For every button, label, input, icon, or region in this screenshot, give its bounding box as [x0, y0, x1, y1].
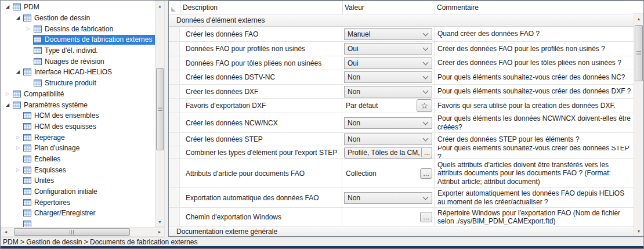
chevron-down-icon [423, 59, 429, 65]
tree-hscroll-thumb[interactable] [14, 228, 130, 236]
tree-expander-icon[interactable]: ▷ [13, 167, 23, 173]
table-row: Données FAO pour tôles pliées non usinée… [169, 56, 635, 70]
table-grid-icon [13, 102, 21, 109]
section-header-bottom[interactable]: Documentation externe générale [169, 226, 635, 236]
tree-item[interactable]: Charger/Enregistrer [1, 208, 155, 219]
tree-item[interactable]: HCM des ensembles [1, 110, 155, 121]
row-indicator[interactable] [169, 99, 180, 113]
tree-expander-icon[interactable]: ◢ [13, 15, 23, 21]
tree-item-label: Plan d'usinage [34, 144, 81, 152]
row-description: Données FAO pour tôles pliées non usinée… [180, 56, 342, 70]
row-comment: Créer des données FAO pour les tôles pli… [435, 56, 635, 70]
row-indicator[interactable] [169, 159, 180, 187]
column-header-commentaire[interactable]: Commentaire [435, 1, 635, 14]
row-description: Créer les données STEP [180, 133, 342, 146]
row-indicator[interactable] [169, 146, 180, 158]
tree-item[interactable]: HCM des esquisses [1, 121, 155, 132]
grid-vertical-scrollbar[interactable]: ▲ ▼ [634, 13, 644, 236]
scroll-down-icon[interactable]: ▼ [155, 217, 164, 226]
tree-item[interactable]: Échelles [1, 154, 155, 165]
tree-expander-icon[interactable]: ◢ [3, 102, 12, 108]
column-header-valeur[interactable]: Valeur [343, 1, 435, 14]
tree-item[interactable]: ▷ Esquisses [1, 164, 155, 175]
row-comment: Pour quels éléments les données NCW/NCX … [435, 113, 635, 132]
tree-expander-icon[interactable]: ▷ [13, 135, 23, 140]
table-grid-icon [23, 112, 31, 119]
tree-item[interactable]: ▷ Plan d'usinage [1, 143, 155, 154]
row-indicator[interactable] [169, 133, 180, 146]
tree-item-label: Documents de fabrication externes [45, 35, 153, 44]
value-dropdown[interactable]: Oui [344, 43, 432, 55]
divider [421, 148, 422, 157]
table-row: Créer les données NCW/NCX Non Pour quels… [169, 113, 635, 133]
section-header-top[interactable]: Données d'élément externes [169, 14, 635, 27]
tree-item[interactable] [1, 219, 155, 227]
tree-vertical-scrollbar[interactable]: ▲ ▼ [155, 1, 165, 227]
tree-expander-icon[interactable]: ▷ [3, 91, 12, 97]
row-indicator[interactable] [169, 56, 180, 70]
tree-horizontal-scrollbar[interactable]: ◄ ► [1, 227, 165, 237]
table-row: Créer les données DSTV-NC Non Pour quels… [169, 70, 635, 85]
tree-item-label: Gestion de dessin [34, 14, 91, 22]
value-dropdown[interactable]: Non [344, 192, 432, 204]
row-indicator[interactable] [169, 42, 180, 56]
browse-button[interactable]: … [420, 168, 432, 179]
table-grid-icon [23, 177, 31, 184]
tree-item[interactable]: ◢ Paramètres système [1, 99, 155, 110]
tree-item[interactable]: Documents de fabrication externes [1, 34, 155, 45]
grid-header-row: Description Valeur Commentaire [169, 1, 644, 15]
navigation-tree-panel: ◢ PDM ◢ Gestion de dessin [1, 1, 165, 237]
scroll-up-icon[interactable]: ▲ [634, 14, 643, 23]
tree-item[interactable]: ▷ Dessins de fabrication [1, 23, 155, 34]
value-dropdown[interactable]: Manuel [344, 28, 432, 40]
row-indicator[interactable] [169, 208, 180, 226]
grid-vscroll-thumb[interactable] [635, 25, 643, 81]
table-grid-icon [34, 26, 42, 33]
dropdown-value: Non [348, 135, 421, 143]
tree-expander-icon[interactable]: ◢ [3, 4, 12, 10]
table-grid-icon [13, 3, 21, 10]
tree-item-label: Nuages de révision [45, 57, 106, 66]
tree-item[interactable]: ◢ PDM [1, 2, 155, 13]
row-indicator[interactable] [169, 70, 180, 84]
value-dropdown[interactable]: Non [344, 117, 432, 129]
tree-expander-icon[interactable]: ▷ [24, 26, 33, 32]
scroll-up-icon[interactable]: ▲ [155, 1, 164, 10]
row-description: Chemin d'exportation Windows [180, 208, 342, 226]
scroll-left-icon[interactable]: ◄ [1, 228, 10, 236]
tree-item[interactable]: Type d'él. individ. [1, 45, 155, 56]
value-dropdown[interactable]: Non [344, 133, 432, 145]
tree-item[interactable]: ▷ Compatibilité [1, 89, 155, 100]
grid-corner-cell[interactable] [169, 1, 180, 14]
tree-vscroll-thumb[interactable] [156, 68, 164, 150]
scroll-right-icon[interactable]: ► [155, 228, 164, 236]
chevron-down-icon [423, 136, 429, 142]
row-indicator[interactable] [169, 27, 180, 41]
scroll-down-icon[interactable]: ▼ [634, 226, 643, 236]
row-indicator[interactable] [169, 85, 180, 98]
value-dropdown[interactable]: Non [344, 71, 432, 83]
tree-item[interactable]: Structure produit [1, 78, 155, 89]
tree-item[interactable]: Répertoires [1, 197, 155, 208]
tree-item[interactable]: Nuages de révision [1, 56, 155, 67]
row-indicator[interactable] [169, 113, 180, 132]
row-indicator[interactable] [169, 188, 180, 207]
table-grid-icon [34, 58, 42, 65]
tree-item[interactable]: ◢ Interface HiCAD-HELiOS [1, 67, 155, 78]
value-picker-button[interactable]: Profilé, Tôles de la CM, T… [344, 147, 432, 158]
row-description: Créer les données DXF [180, 85, 342, 98]
browse-button[interactable]: … [420, 212, 432, 222]
tree-item[interactable]: Configuration initiale [1, 186, 155, 197]
row-value-cell: Oui [342, 42, 435, 56]
value-dropdown[interactable]: Oui [344, 57, 432, 69]
dropdown-value: Non [348, 73, 421, 81]
favorite-button[interactable]: ☆ [417, 99, 432, 112]
tree-item[interactable]: Unités [1, 175, 155, 186]
tree-item[interactable]: ◢ Gestion de dessin [1, 13, 155, 24]
tree-item[interactable]: ▷ Repérage [1, 132, 155, 143]
tree-item-label: Charger/Enregistrer [34, 209, 96, 217]
value-dropdown[interactable]: Non [344, 86, 432, 98]
column-header-description[interactable]: Description [180, 1, 343, 14]
tree-expander-icon[interactable]: ▷ [13, 145, 23, 151]
tree-expander-icon[interactable]: ◢ [13, 69, 23, 75]
